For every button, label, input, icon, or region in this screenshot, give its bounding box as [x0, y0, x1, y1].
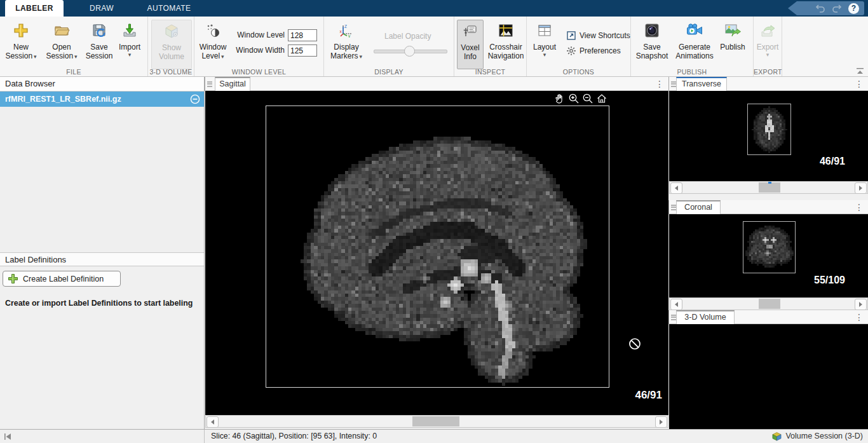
undo-icon[interactable]: [815, 4, 825, 13]
scroll-right-button[interactable]: [655, 416, 667, 428]
coronal-slice-indicator: 55/109: [814, 275, 845, 286]
collapse-panel-icon[interactable]: [4, 433, 11, 440]
layout-button[interactable]: Layout ▾: [528, 20, 561, 68]
window-level-input[interactable]: [288, 29, 317, 41]
volume-session-cube-icon: [772, 432, 782, 441]
new-session-button[interactable]: New Session▾: [1, 20, 41, 68]
remove-volume-icon[interactable]: [190, 94, 200, 104]
transverse-scroll-thumb[interactable]: [759, 182, 780, 193]
ribbon-section-export: Export ▾ EXPORT: [754, 17, 782, 76]
import-button[interactable]: Import ▾: [111, 20, 148, 68]
save-snapshot-button[interactable]: Save Snapshot: [631, 20, 673, 68]
publish-icon: [724, 21, 741, 40]
tab-labeler[interactable]: LABELER: [5, 0, 64, 17]
tab-transverse[interactable]: Transverse: [676, 77, 727, 91]
scroll-right-button[interactable]: [855, 182, 867, 194]
window-level-icon: [205, 21, 220, 40]
voxel-info-button[interactable]: Voxel Info: [457, 20, 484, 69]
section-label-file: FILE: [0, 68, 147, 76]
crosshair-navigation-button[interactable]: Crosshair Navigation: [486, 20, 526, 68]
sagittal-canvas[interactable]: 46/91: [205, 91, 668, 415]
chevron-down-icon: ▾: [221, 53, 224, 60]
preferences-gear-icon: [566, 46, 576, 56]
ribbon-section-3d-volume: Show Volume 3-D VOLUME: [148, 17, 194, 76]
save-session-label: Save Session: [86, 43, 113, 60]
volume-file-item[interactable]: rfMRI_REST1_LR_SBRef.nii.gz: [0, 92, 204, 107]
chevron-down-icon: ▾: [74, 53, 78, 60]
transverse-canvas[interactable]: 46/91: [669, 91, 868, 181]
zoom-out-icon[interactable]: [582, 93, 593, 105]
scroll-left-button[interactable]: [670, 299, 682, 310]
export-label: Export: [757, 43, 779, 51]
slice-position-tick: [768, 182, 771, 184]
tab-3d-volume[interactable]: 3-D Volume: [676, 310, 735, 324]
view-shortcuts-button[interactable]: View Shortcuts: [566, 30, 630, 41]
label-opacity-slider-handle[interactable]: [404, 46, 415, 57]
redo-icon[interactable]: [832, 4, 842, 13]
crosshair-navigation-icon: [498, 21, 513, 40]
transverse-slice-frame: [747, 104, 791, 155]
scroll-right-button[interactable]: [855, 299, 867, 310]
pan-hand-icon[interactable]: [553, 93, 566, 105]
section-label-publish: PUBLISH: [631, 68, 753, 76]
window-level-button[interactable]: Window Level▾: [195, 20, 231, 68]
label-definitions-header: Label Definitions: [0, 252, 204, 266]
publish-button[interactable]: Publish: [715, 20, 750, 68]
tab-sagittal[interactable]: Sagittal: [215, 77, 250, 91]
ribbon-section-inspect: Voxel Info Crosshair Navigation INSPECT: [454, 17, 527, 76]
volume-options-kebab-icon[interactable]: ⋮: [855, 312, 864, 322]
tab-automate[interactable]: AUTOMATE: [139, 0, 200, 17]
tab-draw[interactable]: DRAW: [73, 0, 130, 17]
slice-position-status: Slice: 46 (Sagittal), Position: [95 63],…: [211, 430, 377, 443]
preferences-button[interactable]: Preferences: [566, 45, 621, 57]
home-restore-view-icon[interactable]: [596, 93, 607, 105]
save-snapshot-icon: [644, 21, 660, 40]
window-width-input[interactable]: [288, 44, 317, 57]
publish-label: Publish: [720, 43, 745, 51]
transverse-options-kebab-icon[interactable]: ⋮: [855, 79, 864, 89]
drag-grip-icon[interactable]: [207, 80, 213, 88]
label-opacity-label: Label Opacity: [384, 32, 431, 41]
scroll-left-button[interactable]: [670, 182, 682, 194]
transverse-slice-scrollbar: [669, 181, 868, 194]
sagittal-slice-image[interactable]: [266, 106, 607, 386]
save-session-icon: [91, 21, 107, 40]
coronal-scroll-thumb[interactable]: [759, 299, 780, 309]
no-drop-cursor-icon: [628, 337, 642, 351]
session-type-indicator: Volume Session (3-D): [772, 430, 863, 443]
generate-animations-button[interactable]: Generate Animations: [672, 20, 717, 68]
voxel-info-label: Voxel Info: [461, 43, 479, 61]
coronal-slice-image[interactable]: [743, 222, 794, 271]
data-browser-header: Data Browser: [0, 77, 204, 92]
transverse-slice-image[interactable]: [748, 104, 789, 153]
coronal-canvas[interactable]: 55/109: [669, 214, 868, 297]
zoom-in-icon[interactable]: [568, 93, 580, 105]
show-volume-icon: [163, 22, 180, 41]
open-session-button[interactable]: Open Session▾: [42, 20, 81, 68]
section-label-export: EXPORT: [754, 68, 782, 76]
quick-access-toolbar: ?: [788, 1, 864, 15]
create-label-definition-button[interactable]: Create Label Definition: [3, 271, 121, 287]
section-label-options: OPTIONS: [527, 68, 630, 76]
sagittal-options-kebab-icon[interactable]: ⋮: [655, 79, 664, 89]
section-label-window-level: WINDOW LEVEL: [194, 68, 323, 76]
section-label-3d-volume: 3-D VOLUME: [148, 68, 194, 76]
open-session-icon: [53, 21, 70, 40]
scroll-left-button[interactable]: [207, 416, 219, 428]
label-definitions-empty-message: Create or import Label Definitions to st…: [5, 299, 200, 308]
window-width-field-label: Window Width: [231, 46, 285, 55]
tab-coronal[interactable]: Coronal: [676, 200, 721, 214]
coronal-tab-row: Coronal ⋮: [668, 200, 868, 214]
create-label-plus-icon: [8, 273, 18, 284]
volume-canvas[interactable]: [669, 324, 868, 429]
coronal-options-kebab-icon[interactable]: ⋮: [855, 202, 864, 212]
data-browser-panel: Data Browser rfMRI_REST1_LR_SBRef.nii.gz…: [0, 77, 205, 429]
medical-image-labeler-window: LABELER DRAW AUTOMATE ? New Session▾: [0, 0, 868, 443]
crosshair-navigation-label: Crosshair Navigation: [488, 43, 524, 60]
display-markers-button[interactable]: Zxy Display Markers▾: [325, 20, 367, 68]
help-icon[interactable]: ?: [848, 3, 859, 14]
layout-label: Layout: [533, 43, 556, 51]
ribbon-section-display: Zxy Display Markers▾ Label Opacity DISPL…: [324, 17, 454, 76]
sagittal-scroll-thumb[interactable]: [412, 416, 459, 426]
collapse-ribbon-button[interactable]: [856, 67, 864, 74]
